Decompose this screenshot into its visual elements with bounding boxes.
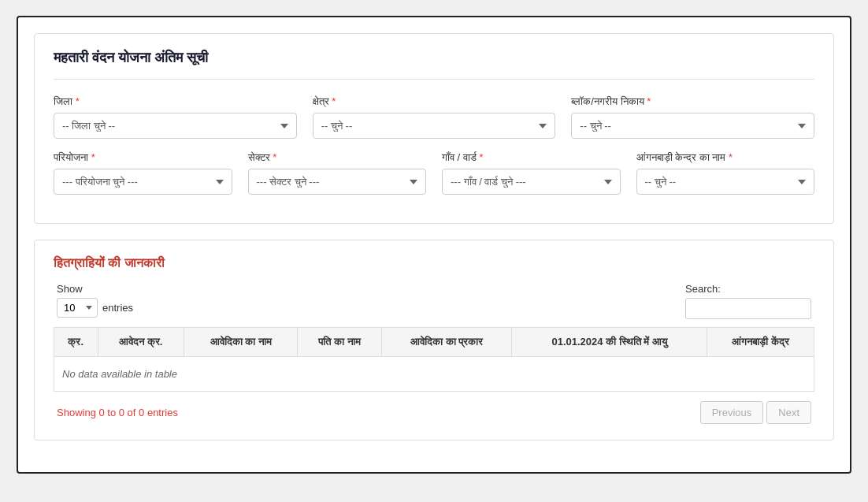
- district-group: जिला * -- जिला चुने --: [54, 95, 297, 139]
- required-star: *: [479, 151, 483, 163]
- datatable-controls: Show 10 25 50 100 entries Search:: [54, 283, 814, 319]
- table-header-row: क्र. आवेदन क्र. आवेदिका का नाम पति का ना…: [54, 328, 814, 357]
- village-group: गाँव / वार्ड * --- गाँव / वार्ड चुने ---: [442, 151, 621, 195]
- search-input[interactable]: [685, 298, 811, 319]
- village-label: गाँव / वार्ड *: [442, 151, 621, 164]
- entries-label: entries: [102, 302, 133, 314]
- beneficiary-section: हितग्राहियों की जानकारी Show 10 25 50 10…: [34, 240, 834, 441]
- area-group: क्षेत्र * -- चुने --: [313, 95, 556, 139]
- table-head: क्र. आवेदन क्र. आवेदिका का नाम पति का ना…: [54, 328, 814, 357]
- district-select[interactable]: -- जिला चुने --: [54, 113, 297, 139]
- col-applicant-type: आवेदिका का प्रकार: [381, 328, 512, 357]
- project-group: परियोजना * --- परियोजना चुने ---: [54, 151, 232, 195]
- required-star: *: [273, 151, 276, 163]
- col-age: 01.01.2024 की स्थिति में आयु: [512, 328, 707, 357]
- col-husband-name: पति का नाम: [298, 328, 381, 357]
- data-table: क्र. आवेदन क्र. आवेदिका का नाम पति का ना…: [54, 327, 814, 392]
- table-footer: Showing 0 to 0 of 0 entries Previous Nex…: [54, 401, 814, 424]
- sector-group: सेक्टर * --- सेक्टर चुने ---: [248, 151, 427, 195]
- project-label: परियोजना *: [54, 151, 232, 164]
- area-label: क्षेत्र *: [313, 95, 556, 108]
- required-star: *: [332, 95, 336, 107]
- village-select[interactable]: --- गाँव / वार्ड चुने ---: [442, 169, 621, 195]
- page-wrapper: महतारी वंदन योजना अंतिम सूची जिला * -- ज…: [17, 16, 851, 474]
- col-applicant-name: आवेदिका का नाम: [184, 328, 297, 357]
- anganwadi-group: आंगनबाड़ी केन्द्र का नाम * -- चुने --: [636, 151, 815, 195]
- showing-text: Showing 0 to 0 of 0 entries: [57, 407, 178, 418]
- anganwadi-label: आंगनबाड़ी केन्द्र का नाम *: [636, 151, 815, 164]
- required-star: *: [76, 95, 80, 107]
- search-label: Search:: [685, 283, 721, 295]
- next-button[interactable]: Next: [766, 401, 811, 424]
- block-group: ब्लॉक/नगरीय निकाय * -- चुने --: [571, 95, 814, 139]
- area-select[interactable]: -- चुने --: [313, 113, 556, 139]
- no-data-row: No data available in table: [54, 357, 814, 392]
- col-center: आंगनबाड़ी केंद्र: [707, 328, 814, 357]
- required-star: *: [91, 151, 95, 163]
- block-select[interactable]: -- चुने --: [571, 113, 814, 139]
- district-label: जिला *: [54, 95, 297, 108]
- previous-button[interactable]: Previous: [700, 401, 764, 424]
- pagination: Previous Next: [700, 401, 811, 424]
- required-star: *: [647, 95, 651, 107]
- show-label: Show: [57, 283, 133, 295]
- page-title: महतारी वंदन योजना अंतिम सूची: [54, 50, 814, 66]
- project-select[interactable]: --- परियोजना चुने ---: [54, 169, 232, 195]
- col-app-number: आवेदन क्र.: [98, 328, 184, 357]
- divider: [54, 79, 814, 80]
- sector-select[interactable]: --- सेक्टर चुने ---: [248, 169, 427, 195]
- show-entries-select[interactable]: 10 25 50 100: [57, 298, 98, 318]
- filter-row-2: परियोजना * --- परियोजना चुने --- सेक्टर …: [54, 151, 814, 195]
- required-star: *: [729, 151, 733, 163]
- block-label: ब्लॉक/नगरीय निकाय *: [571, 95, 814, 108]
- col-number: क्र.: [54, 328, 98, 357]
- show-entries: Show 10 25 50 100 entries: [57, 283, 133, 318]
- anganwadi-select[interactable]: -- चुने --: [636, 169, 815, 195]
- beneficiary-title: हितग्राहियों की जानकारी: [54, 256, 814, 270]
- no-data-cell: No data available in table: [54, 357, 814, 392]
- filter-section: महतारी वंदन योजना अंतिम सूची जिला * -- ज…: [34, 33, 834, 224]
- sector-label: सेक्टर *: [248, 151, 427, 164]
- search-box-wrapper: Search:: [685, 283, 811, 319]
- table-body: No data available in table: [54, 357, 814, 392]
- show-select-wrapper: 10 25 50 100 entries: [57, 298, 133, 318]
- filter-row-1: जिला * -- जिला चुने -- क्षेत्र * -- चुने…: [54, 95, 814, 139]
